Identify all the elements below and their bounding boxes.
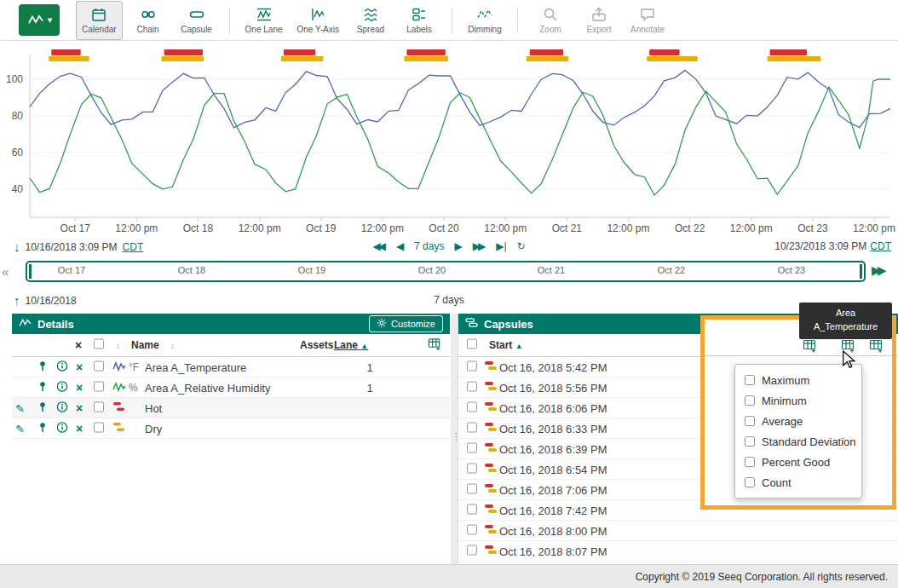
statistic-option[interactable]: Standard Deviation	[735, 431, 861, 452]
tool-zoom[interactable]: Zoom	[527, 1, 573, 40]
tool-label: Export	[587, 25, 612, 34]
edit-icon[interactable]: ✎	[15, 422, 25, 435]
sort-asc-icon: ▲	[360, 342, 368, 350]
tool-calendar[interactable]: Calendar	[76, 1, 123, 40]
pin-icon[interactable]	[37, 380, 49, 395]
capsule-checkbox[interactable]	[467, 483, 477, 493]
range-start-text[interactable]: 10/16/2018 3:09 PM	[26, 241, 118, 253]
remove-all-icon[interactable]: ×	[75, 338, 82, 352]
add-stat-column-icon[interactable]	[803, 338, 817, 356]
timezone-link[interactable]: CDT	[870, 240, 891, 252]
select-all-checkbox[interactable]	[467, 339, 477, 349]
tool-export[interactable]: Export	[576, 1, 622, 40]
details-row[interactable]: × °F Area A_Temperature 1	[12, 357, 450, 378]
scrubber-left-handle[interactable]	[29, 264, 32, 279]
statistic-checkbox[interactable]	[745, 395, 755, 406]
info-icon[interactable]	[56, 360, 68, 374]
pin-icon[interactable]	[37, 401, 49, 415]
capsule-checkbox[interactable]	[467, 360, 477, 371]
collapse-left-icon[interactable]: «	[2, 264, 9, 279]
start-column-header[interactable]: Start ▲	[489, 339, 523, 351]
step-forward-half-icon[interactable]: ▶	[454, 240, 462, 252]
remove-icon[interactable]: ×	[76, 402, 83, 414]
tool-spread[interactable]: Spread	[348, 1, 394, 40]
capsule-start-time: Oct 16, 2018 8:07 PM	[499, 545, 607, 557]
capsule-checkbox[interactable]	[467, 545, 477, 555]
row-checkbox[interactable]	[94, 360, 104, 371]
info-icon[interactable]	[56, 421, 68, 435]
add-column-icon[interactable]	[428, 337, 441, 354]
tool-chain[interactable]: Chain	[125, 1, 171, 40]
timezone-link[interactable]: CDT	[123, 241, 144, 253]
add-stat-column-icon[interactable]	[869, 338, 884, 356]
capsule-checkbox[interactable]	[467, 422, 477, 432]
statistic-checkbox[interactable]	[745, 457, 755, 467]
pin-icon[interactable]	[37, 421, 49, 435]
trend-chart[interactable]: 100806040Oct 1712:00 pmOct 1812:00 pmOct…	[0, 41, 898, 239]
statistic-checkbox[interactable]	[745, 436, 755, 447]
scrubber-date-label: Oct 19	[298, 265, 325, 275]
investigate-range-scrubber[interactable]: Oct 17 Oct 18 Oct 19 Oct 20 Oct 21 Oct 2…	[26, 261, 866, 282]
capsule-checkbox[interactable]	[467, 401, 477, 412]
edit-icon[interactable]: ✎	[15, 401, 25, 414]
expand-range-icon[interactable]: ▶▶	[872, 263, 884, 277]
condition-name[interactable]: Hot	[145, 401, 162, 414]
remove-icon[interactable]: ×	[76, 382, 83, 394]
tool-dimming[interactable]: Dimming	[462, 1, 508, 40]
info-icon[interactable]	[56, 380, 68, 395]
sort-icon[interactable]: ↕	[170, 341, 175, 350]
capsule-checkbox[interactable]	[467, 524, 477, 534]
assets-column-header[interactable]: Assets	[300, 339, 333, 351]
capsule-checkbox[interactable]	[467, 381, 477, 391]
statistic-checkbox[interactable]	[745, 375, 755, 385]
details-row[interactable]: ✎ × Hot	[12, 398, 450, 418]
statistic-option[interactable]: Maximum	[735, 370, 861, 390]
signal-name[interactable]: Area A_Relative Humidity	[145, 381, 270, 394]
sort-icon[interactable]: ↕	[116, 341, 120, 350]
statistic-option[interactable]: Minimum	[735, 390, 861, 411]
info-icon[interactable]	[56, 401, 68, 415]
statistic-option[interactable]: Count	[735, 472, 861, 493]
statistic-checkbox[interactable]	[745, 477, 755, 487]
range-duration[interactable]: 7 days	[414, 240, 444, 252]
arrow-up-icon[interactable]: ↑	[14, 294, 20, 307]
tool-one-lane[interactable]: One Lane	[239, 1, 289, 40]
step-forward-full-icon[interactable]: ▶▶	[473, 240, 483, 252]
tool-capsule[interactable]: Capsule	[174, 1, 220, 40]
scrubber-right-handle[interactable]	[860, 264, 862, 279]
remove-icon[interactable]: ×	[76, 361, 83, 373]
row-checkbox[interactable]	[94, 422, 104, 432]
pin-icon[interactable]	[37, 360, 49, 374]
capsule-checkbox[interactable]	[467, 442, 477, 453]
range-end-text[interactable]: 10/23/2018 3:09 PM	[774, 240, 866, 252]
select-all-checkbox[interactable]	[94, 339, 104, 349]
details-row[interactable]: × % Area A_Relative Humidity 1	[12, 378, 450, 398]
signal-name[interactable]: Area A_Temperature	[145, 360, 246, 373]
view-mode-button[interactable]: ▾	[19, 4, 60, 36]
lane-column-header[interactable]: Lane ▲	[334, 339, 368, 351]
step-back-half-icon[interactable]: ◀	[396, 240, 404, 252]
tool-one-y-axis[interactable]: One Y-Axis	[291, 1, 345, 40]
statistic-option[interactable]: Percent Good	[735, 452, 861, 472]
arrow-down-icon[interactable]: ↓	[14, 240, 20, 253]
tool-annotate[interactable]: Annotate	[625, 1, 671, 40]
capsule-row[interactable]: Oct 16, 2018 8:00 PM	[458, 521, 898, 541]
name-column-header[interactable]: Name	[131, 339, 159, 351]
statistic-checkbox[interactable]	[745, 416, 755, 426]
condition-name[interactable]: Dry	[145, 422, 162, 435]
capsule-checkbox[interactable]	[467, 504, 477, 514]
row-checkbox[interactable]	[94, 401, 104, 412]
investigate-start-date[interactable]: 10/16/2018	[26, 295, 77, 307]
remove-icon[interactable]: ×	[76, 423, 83, 435]
panel-splitter[interactable]: ⋮	[451, 314, 458, 564]
step-to-end-icon[interactable]: ▶|	[496, 240, 506, 252]
refresh-icon[interactable]: ↻	[517, 240, 526, 252]
capsule-row[interactable]: Oct 16, 2018 8:07 PM	[458, 541, 898, 562]
customize-button[interactable]: Customize	[369, 315, 443, 332]
tool-labels[interactable]: Labels	[396, 1, 442, 40]
capsule-checkbox[interactable]	[467, 463, 477, 473]
statistic-option[interactable]: Average	[735, 411, 861, 431]
details-row[interactable]: ✎ × Dry	[12, 418, 450, 439]
row-checkbox[interactable]	[94, 381, 104, 391]
step-back-full-icon[interactable]: ◀◀	[372, 240, 383, 252]
